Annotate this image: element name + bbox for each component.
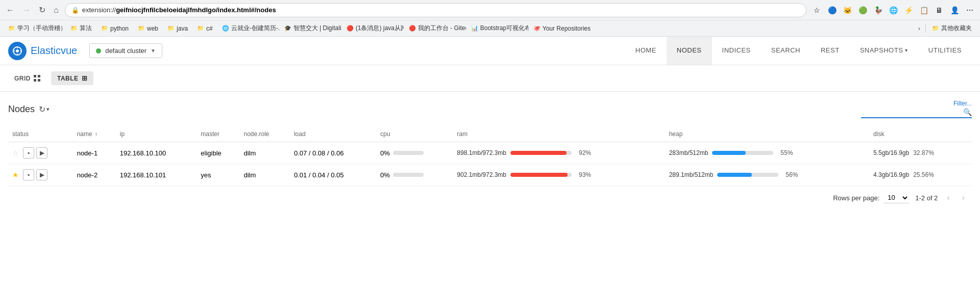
star-icon-node1[interactable]: ☆: [12, 149, 19, 157]
bookmark-b10[interactable]: 🔴我的工作台 - Gitee...: [405, 22, 466, 35]
extension-icon-2[interactable]: 🐱: [841, 4, 853, 16]
bookmark-label: Your Repositories: [543, 25, 591, 32]
table-view-button[interactable]: TABLE ⊞: [51, 71, 93, 85]
bookmark-label: 学习（手动滑稽）: [17, 24, 65, 33]
rows-per-page-label: Rows per page:: [833, 194, 879, 202]
cluster-selector[interactable]: default cluster ▼: [89, 43, 162, 58]
profile-icon[interactable]: 👤: [948, 4, 961, 16]
ram-pct-node1: 92%: [576, 149, 591, 156]
row-cpu-node1: 0%: [376, 142, 453, 164]
star-icon-node2[interactable]: ★: [12, 171, 19, 179]
nodes-dropdown-icon[interactable]: ▾: [46, 106, 50, 113]
reload-button[interactable]: ↻: [37, 3, 47, 17]
bookmark-other-folder[interactable]: 📁 其他收藏夹: [928, 22, 976, 35]
row-ip-node1: 192.168.10.100: [116, 142, 197, 164]
nav-item-indices[interactable]: INDICES: [712, 37, 761, 65]
row-ram-node2: 902.1mb/972.3mb 93%: [453, 164, 665, 186]
nav-item-search[interactable]: SEARCH: [761, 37, 811, 65]
pagination-bar: Rows per page: 10 25 50 100 1-2 of 2 ‹ ›: [8, 186, 972, 209]
nav-item-utilities[interactable]: UTILITIES: [918, 37, 972, 65]
rows-per-page: Rows per page: 10 25 50 100: [833, 192, 909, 203]
address-bar[interactable]: 🔒 extension://geifniocjfnfilcbeloeidajlf…: [65, 3, 806, 17]
extension-icon-6[interactable]: ⚡: [902, 4, 915, 16]
view-toggle-bar: GRID TABLE ⊞: [0, 65, 980, 92]
nav-item-nodes[interactable]: NODES: [667, 37, 712, 65]
extension-icon-3[interactable]: 🟢: [856, 4, 869, 16]
bookmark-label: web: [147, 25, 158, 32]
extension-icon-5[interactable]: 🌐: [887, 4, 899, 16]
bookmarks-separator: [925, 24, 926, 33]
row-icon-arrow-node1[interactable]: ▶: [36, 147, 47, 158]
star-bookmark-icon[interactable]: ☆: [811, 4, 823, 16]
filter-input[interactable]: [861, 108, 963, 116]
refresh-icon[interactable]: ↻: [39, 104, 45, 114]
forward-button[interactable]: →: [20, 4, 33, 17]
row-master-node2: yes: [197, 164, 239, 186]
extension-icon-8[interactable]: 🖥: [933, 4, 945, 16]
ram-fill-node2: [510, 173, 568, 177]
row-icon-square-node1[interactable]: ▪: [23, 147, 34, 158]
grid-label: GRID: [14, 75, 31, 82]
bookmark-b3[interactable]: 📁python: [97, 23, 133, 34]
menu-icon[interactable]: ⋯: [964, 4, 976, 16]
col-load: load: [290, 126, 376, 142]
extension-icon-7[interactable]: 📋: [918, 4, 930, 16]
bookmark-b9[interactable]: 🔴(1条消息) java从跨...: [342, 22, 404, 35]
heap-pct-node2: 56%: [782, 171, 798, 178]
bookmark-b5[interactable]: 📁java: [163, 23, 192, 34]
row-status-node1: ☆ ▪ ▶: [8, 142, 73, 164]
bookmark-label: java: [177, 25, 188, 32]
app-header: Elasticvue default cluster ▼ HOMENODESIN…: [0, 37, 980, 65]
bookmarks-more-button[interactable]: ›: [915, 22, 923, 34]
bookmark-b11[interactable]: 📊Bootstrap可视化布...: [467, 22, 528, 35]
row-icon-arrow-node2[interactable]: ▶: [36, 169, 47, 180]
extension-icon-4[interactable]: 🦆: [872, 4, 884, 16]
ram-bar-node1: [510, 151, 572, 155]
bookmark-b2[interactable]: 📁算法: [66, 22, 96, 35]
prev-page-button[interactable]: ‹: [944, 192, 952, 203]
cluster-name: default cluster: [105, 47, 146, 55]
bookmark-b1[interactable]: 📁学习（手动滑稽）: [4, 22, 65, 35]
address-host: geifniocjfnfilcbeloeidajlfmhdlgo: [116, 6, 216, 14]
next-page-button[interactable]: ›: [959, 192, 968, 203]
rows-per-page-select[interactable]: 10 25 50 100: [884, 192, 909, 203]
header-row: status name ↑ ip master node.role load c…: [8, 126, 972, 142]
lock-icon: 🔒: [71, 7, 79, 14]
nav-item-home[interactable]: HOME: [625, 37, 667, 65]
bookmark-label: 算法: [80, 24, 92, 33]
browser-chrome: ← → ↻ ⌂ 🔒 extension://geifniocjfnfilcbel…: [0, 0, 980, 20]
back-button[interactable]: ←: [4, 4, 16, 17]
bookmark-b12[interactable]: 🐙Your Repositories: [529, 23, 591, 34]
filter-area: Filter... 🔍: [861, 100, 972, 118]
bookmark-b6[interactable]: 📁c#: [193, 23, 217, 34]
table-icon: ⊞: [82, 74, 88, 82]
bookmark-label: 云就业-创建简历-...: [231, 24, 279, 33]
row-icon-square-node2[interactable]: ▪: [23, 169, 34, 180]
extension-icon-1[interactable]: 🔵: [826, 4, 838, 16]
heap-val-node2: 289.1mb/512mb: [669, 171, 714, 178]
nav-label-snapshots: SNAPSHOTS: [860, 46, 903, 54]
bookmark-b8[interactable]: 🎓智慧交大 | Digitaliz...: [280, 22, 341, 35]
row-master-node1: eligible: [197, 142, 239, 164]
grid-view-button[interactable]: GRID: [8, 71, 47, 85]
cpu-pct-node1: 0%: [380, 149, 390, 157]
row-name-node2: node-2: [73, 164, 116, 186]
nav-item-rest[interactable]: REST: [811, 37, 850, 65]
nodes-title: Nodes: [8, 104, 35, 115]
row-disk-node2: 4.3gb/16.9gb 25.56%: [869, 164, 972, 186]
row-ip-node2: 192.168.10.101: [116, 164, 197, 186]
home-button[interactable]: ⌂: [52, 4, 61, 17]
nav-label-home: HOME: [635, 46, 656, 54]
bookmark-b4[interactable]: 📁web: [134, 23, 162, 34]
disk-wrap-node1: 5.5gb/16.9gb 32.87%: [873, 149, 968, 156]
nav-item-snapshots[interactable]: SNAPSHOTS▾: [850, 37, 918, 65]
col-name[interactable]: name ↑: [73, 126, 116, 142]
heap-wrap-node2: 289.1mb/512mb 56%: [669, 171, 865, 178]
nav-chevron-snapshots: ▾: [905, 47, 908, 53]
cluster-status-dot: [96, 48, 101, 54]
row-cpu-node2: 0%: [376, 164, 453, 186]
filter-search-icon[interactable]: 🔍: [963, 108, 972, 116]
bookmark-b7[interactable]: 🌐云就业-创建简历-...: [218, 22, 279, 35]
app-nav: HOMENODESINDICESSEARCHRESTSNAPSHOTS▾UTIL…: [625, 37, 972, 65]
col-disk: disk: [869, 126, 972, 142]
